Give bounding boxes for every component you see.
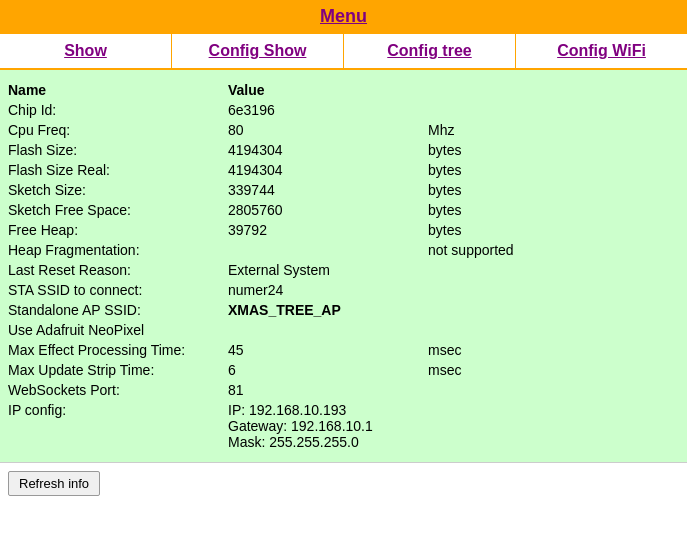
row-name: Sketch Free Space: [8,202,228,218]
row-unit: bytes [428,162,461,178]
row-value: 339744 [228,182,428,198]
nav-item-config-show[interactable]: Config Show [172,34,344,68]
row-name: Max Effect Processing Time: [8,342,228,358]
table-row: Chip Id:6e3196 [8,100,679,120]
row-value: 6e3196 [228,102,428,118]
footer: Refresh info [0,462,687,504]
row-value: 6 [228,362,428,378]
row-value: 81 [228,382,428,398]
row-unit: Mhz [428,122,454,138]
table-row: STA SSID to connect:numer24 [8,280,679,300]
row-name: Standalone AP SSID: [8,302,228,318]
row-value: 2805760 [228,202,428,218]
row-unit: bytes [428,202,461,218]
row-name: Max Update Strip Time: [8,362,228,378]
row-unit: bytes [428,182,461,198]
row-value: External System [228,262,428,278]
col-value-header: Value [228,82,428,98]
nav-item-config-wifi[interactable]: Config WiFi [516,34,687,68]
row-name: Cpu Freq: [8,122,228,138]
row-name: Flash Size: [8,142,228,158]
row-value: 80 [228,122,428,138]
table-row: Use Adafruit NeoPixel [8,320,679,340]
ip-config-row: IP config:IP: 192.168.10.193Gateway: 192… [8,400,679,452]
ip-line: Mask: 255.255.255.0 [228,434,428,450]
ip-row-values: IP: 192.168.10.193Gateway: 192.168.10.1M… [228,402,428,450]
nav-bar: ShowConfig ShowConfig treeConfig WiFi [0,33,687,70]
row-unit: bytes [428,142,461,158]
row-name: Sketch Size: [8,182,228,198]
row-name: Heap Fragmentation: [8,242,228,258]
row-name: Last Reset Reason: [8,262,228,278]
table-row: Standalone AP SSID:XMAS_TREE_AP [8,300,679,320]
row-name: Flash Size Real: [8,162,228,178]
table-row: Flash Size:4194304bytes [8,140,679,160]
row-value: 4194304 [228,162,428,178]
col-name-header: Name [8,82,228,98]
row-name: STA SSID to connect: [8,282,228,298]
table-row: Max Effect Processing Time:45msec [8,340,679,360]
row-name: Chip Id: [8,102,228,118]
row-unit: msec [428,362,461,378]
nav-item-show[interactable]: Show [0,34,172,68]
info-table: Name Value Chip Id:6e3196Cpu Freq:80MhzF… [0,70,687,462]
header-menu: Menu [0,0,687,33]
table-row: Heap Fragmentation:not supported [8,240,679,260]
table-row: Last Reset Reason:External System [8,260,679,280]
row-unit: msec [428,342,461,358]
ip-line: IP: 192.168.10.193 [228,402,428,418]
table-row: Flash Size Real:4194304bytes [8,160,679,180]
table-row: Max Update Strip Time:6msec [8,360,679,380]
table-row: Free Heap:39792bytes [8,220,679,240]
table-row: WebSockets Port:81 [8,380,679,400]
row-name: WebSockets Port: [8,382,228,398]
table-header: Name Value [8,80,679,100]
row-value: 4194304 [228,142,428,158]
row-unit: bytes [428,222,461,238]
row-value: 45 [228,342,428,358]
row-name: Use Adafruit NeoPixel [8,322,228,338]
row-value: 39792 [228,222,428,238]
table-row: Sketch Free Space:2805760bytes [8,200,679,220]
refresh-button[interactable]: Refresh info [8,471,100,496]
table-row: Cpu Freq:80Mhz [8,120,679,140]
nav-item-config-tree[interactable]: Config tree [344,34,516,68]
ip-line: Gateway: 192.168.10.1 [228,418,428,434]
ip-row-name: IP config: [8,402,228,418]
table-row: Sketch Size:339744bytes [8,180,679,200]
row-value: XMAS_TREE_AP [228,302,428,318]
row-unit: not supported [428,242,514,258]
row-value: numer24 [228,282,428,298]
row-name: Free Heap: [8,222,228,238]
menu-link[interactable]: Menu [320,6,367,26]
